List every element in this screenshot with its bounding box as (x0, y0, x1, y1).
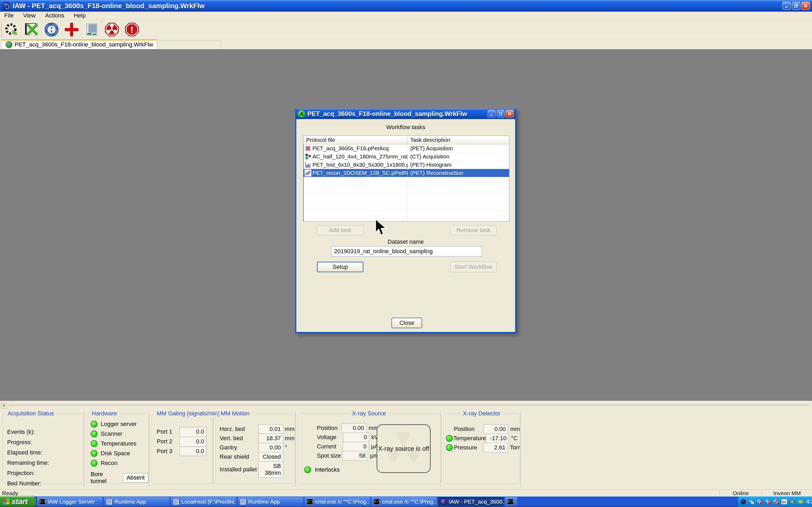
window-titlebar: IAW - PET_acq_3600s_F18-online_blood_sam… (0, 0, 812, 12)
logger-server-led (91, 420, 98, 428)
close-button[interactable] (801, 2, 810, 10)
panel-splitter[interactable] (149, 411, 151, 487)
add-task-button[interactable]: Add task (317, 225, 363, 235)
protocol-file-name: PET_recon_2DOSEM_128_SC.pPetRcn (312, 170, 408, 176)
status-system: Inveon MM (762, 490, 812, 496)
task-iaw-logger-server[interactable]: C:\IAW Logger Server (37, 497, 103, 506)
panel-splitter[interactable] (441, 411, 443, 487)
error-stop-icon[interactable]: ! (124, 22, 140, 37)
empty-table-row[interactable] (303, 193, 509, 202)
remove-task-button[interactable]: Remove task (450, 225, 497, 235)
dock-grip[interactable] (8, 405, 809, 407)
workflow-tab[interactable]: PET_acq_3600s_F18-online_blood_sampling.… (2, 40, 157, 49)
pressure-unit: Torr (510, 444, 520, 451)
bore-tunnel-label: Bore tunnel (91, 471, 120, 485)
tray-alert-icon[interactable] (773, 499, 779, 505)
minimize-button[interactable] (782, 2, 791, 10)
task-localhost[interactable]: LocalHost (F:\Preclini... (171, 497, 236, 506)
report-panel-icon[interactable] (84, 22, 99, 37)
panel-splitter[interactable] (213, 411, 215, 487)
empty-table-row[interactable] (303, 202, 509, 210)
iaw-taskbar-icon (440, 499, 447, 505)
table-row-selected[interactable]: PET_recon_2DOSEM_128_SC.pPetRcn (PET) Re… (303, 169, 509, 177)
dialog-close-button[interactable] (506, 110, 514, 117)
restore-button[interactable] (792, 2, 800, 10)
cmd-icon: C:\ (373, 499, 380, 505)
dataset-name-label: Dataset name (296, 238, 515, 245)
recon-label: Recon (101, 460, 118, 467)
taskbar: start C:\IAW Logger Server Runtime App L… (0, 496, 812, 507)
gantry-value: 0.00 (258, 443, 283, 452)
task-cmd-3[interactable]: C:\ (505, 497, 517, 506)
dialog-maximize-button[interactable] (497, 110, 505, 117)
document-tabstrip: PET_acq_3600s_F18-online_blood_sampling.… (0, 40, 812, 49)
task-cmd-1[interactable]: C:\cmd.exe /c ""C:\Prog... (305, 497, 370, 506)
task-runtime-app-2[interactable]: Runtime App (238, 497, 303, 506)
workspace: A PET_acq_3600s_F18-online_blood_samplin… (0, 50, 812, 401)
menu-view[interactable]: View (23, 12, 36, 19)
horz-bed-label: Horz. bed (220, 426, 258, 433)
taskbar-items: C:\IAW Logger Server Runtime App LocalHo… (36, 496, 738, 507)
protocol-file-name: PET_hist_6x10_8x30_5x300_1x1800.pPe... (312, 162, 408, 168)
empty-table-row[interactable] (303, 185, 509, 193)
recon-led (91, 460, 98, 467)
menu-actions[interactable]: Actions (45, 12, 64, 19)
gantry-label: Gantry (220, 444, 258, 451)
tray-vnc-icon[interactable]: V2 (781, 499, 788, 505)
column-header-task-description[interactable]: Task description (408, 136, 509, 144)
tray-sphere-icon[interactable] (740, 499, 747, 505)
scanner-led (91, 431, 98, 437)
window-title: IAW - PET_acq_3600s_F18-online_blood_sam… (13, 2, 205, 10)
menu-help[interactable]: Help (74, 12, 86, 19)
table-body: PET_acq_3600s_F18.pPetAcq (PET) Acquisit… (303, 145, 509, 222)
workflow-spinner-icon[interactable] (4, 22, 19, 37)
dataset-name-input[interactable] (331, 246, 482, 257)
tray-network-error-icon[interactable] (757, 499, 763, 505)
radiation-stop-icon[interactable] (104, 22, 119, 37)
column-header-protocol-file[interactable]: Protocol file (303, 136, 408, 144)
task-runtime-app-1[interactable]: Runtime App (104, 497, 169, 506)
table-row[interactable]: PET_acq_3600s_F18.pPetAcq (PET) Acquisit… (303, 145, 509, 153)
dialog-titlebar[interactable]: A PET_acq_3600s_F18-online_blood_samplin… (296, 109, 515, 119)
toolbar: ! (0, 19, 812, 40)
table-row[interactable]: PET_hist_6x10_8x30_5x300_1x1800.pPe... (… (303, 161, 509, 169)
compass-icon[interactable] (44, 22, 59, 37)
tray-volume-icon[interactable] (789, 499, 796, 505)
pressure-value: 2.61 (483, 443, 508, 452)
xray-detector-group: X-ray Detector Position0.00mm Temperatur… (443, 413, 520, 484)
dialog-minimize-button[interactable] (488, 110, 496, 117)
add-plus-icon[interactable] (64, 22, 79, 37)
port3-value: 0.0 (180, 447, 206, 456)
tray-nvidia-icon[interactable] (798, 499, 804, 505)
acquisition-status-title: Acquisition Status (6, 410, 55, 417)
protocol-x-icon[interactable] (24, 22, 39, 37)
panel-splitter[interactable] (84, 411, 86, 487)
dialog-close-action-button[interactable]: Close (392, 318, 422, 328)
rat-icon (305, 170, 311, 176)
xray-source-off-button[interactable]: X-ray source is off (377, 425, 430, 473)
vert-bed-label: Vert. bed (220, 435, 258, 442)
cmd-icon: C:\ (307, 499, 313, 505)
table-row[interactable]: AC_half_120_4x4_180ms_275mm_rat_JS... (C… (303, 153, 509, 161)
taskbar-clock[interactable]: 4:23 PM (806, 498, 812, 505)
empty-table-row[interactable] (303, 177, 509, 185)
panel-splitter[interactable] (521, 411, 522, 487)
setup-button[interactable]: Setup (317, 262, 363, 272)
menu-file[interactable]: File (4, 12, 13, 19)
mm-gating-title: MM Gating (signals/min) (155, 410, 221, 417)
tray-display-icon[interactable] (748, 499, 755, 505)
pet-atom-icon (305, 145, 311, 152)
detector-position-label: Position (454, 426, 484, 433)
task-cmd-2[interactable]: C:\cmd.exe /c ""C:\Prog... (371, 497, 437, 506)
task-description: (CT) Acquisition (408, 154, 509, 160)
tray-network-error-icon[interactable] (765, 499, 771, 505)
dock-close-icon[interactable]: × (1, 403, 7, 409)
mm-motion-group: MM Motion Horz. bed0.01mm Vert. bed18.37… (215, 413, 295, 484)
panel-splitter[interactable] (296, 411, 297, 487)
start-button[interactable]: start (0, 496, 36, 507)
empty-table-row[interactable] (303, 210, 509, 218)
source-position-value: 0.00 (341, 423, 366, 433)
status-ready: Ready (0, 490, 719, 496)
start-workflow-button[interactable]: Start Workflow (450, 262, 497, 272)
task-iaw-active[interactable]: IAW - PET_acq_3600... (438, 497, 504, 506)
